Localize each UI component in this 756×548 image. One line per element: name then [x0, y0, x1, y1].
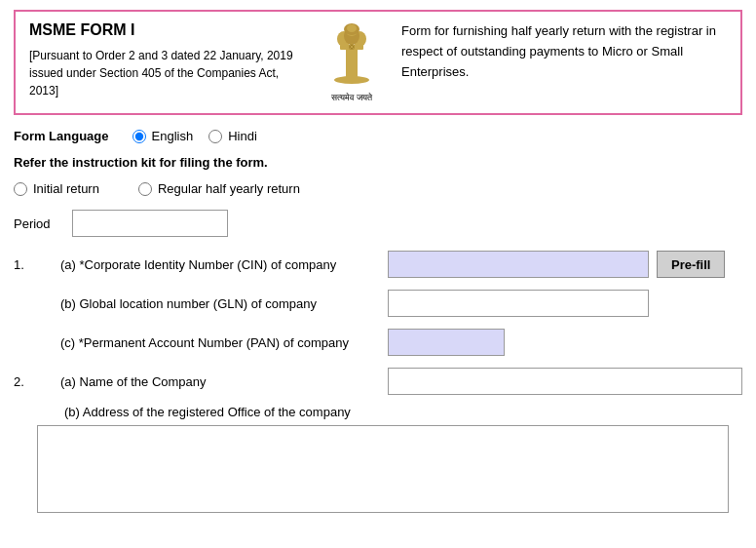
header-description: Form for furnishing half yearly return w…	[401, 21, 727, 82]
company-name-row: 2. (a) Name of the Company	[14, 368, 742, 395]
period-label: Period	[14, 216, 62, 231]
period-input[interactable]	[72, 210, 228, 237]
regular-return-label[interactable]: Regular half yearly return	[138, 181, 300, 196]
svg-rect-1	[346, 49, 358, 78]
emblem-icon	[322, 21, 381, 90]
form-subtitle: [Pursuant to Order 2 and 3 dated 22 Janu…	[29, 47, 302, 99]
address-textarea-container	[14, 425, 742, 516]
form-title: MSME FORM I	[29, 21, 302, 39]
return-type-row: Initial return Regular half yearly retur…	[14, 181, 742, 196]
language-english-group: English	[132, 129, 194, 143]
section-1: 1. (a) *Corporate Identity Number (CIN) …	[14, 251, 742, 356]
header-box: MSME FORM I [Pursuant to Order 2 and 3 d…	[14, 10, 742, 115]
svg-point-8	[347, 24, 357, 32]
cin-row: 1. (a) *Corporate Identity Number (CIN) …	[14, 251, 742, 278]
gln-input[interactable]	[388, 290, 649, 317]
section-1-number: 1.	[14, 257, 37, 272]
address-textarea[interactable]	[37, 425, 729, 513]
emblem-text: सत्यमेव जयते	[331, 93, 372, 103]
company-name-label: (a) Name of the Company	[37, 374, 388, 389]
address-label: (b) Address of the registered Office of …	[37, 405, 388, 419]
emblem-area: सत्यमेव जयते	[318, 21, 386, 103]
gln-label: (b) Global location number (GLN) of comp…	[37, 296, 388, 311]
form-language-row: Form Language English Hindi	[14, 125, 742, 147]
language-english-label[interactable]: English	[152, 129, 194, 143]
pan-label: (c) *Permanent Account Number (PAN) of c…	[37, 335, 388, 350]
gln-row: (b) Global location number (GLN) of comp…	[14, 290, 742, 317]
cin-input[interactable]	[388, 251, 649, 278]
section-2-number: 2.	[14, 374, 37, 389]
period-row: Period	[14, 210, 742, 237]
section-2: 2. (a) Name of the Company (b) Address o…	[14, 368, 742, 516]
address-label-row: (b) Address of the registered Office of …	[14, 405, 742, 419]
language-hindi-group: Hindi	[208, 129, 257, 143]
initial-return-label[interactable]: Initial return	[14, 181, 99, 196]
language-english-radio[interactable]	[132, 130, 146, 143]
cin-label: (a) *Corporate Identity Number (CIN) of …	[37, 257, 388, 272]
company-name-input[interactable]	[388, 368, 742, 395]
instruction-text: Refer the instruction kit for filing the…	[14, 155, 742, 170]
prefill-button[interactable]: Pre-fill	[657, 251, 725, 278]
header-left: MSME FORM I [Pursuant to Order 2 and 3 d…	[29, 21, 302, 99]
regular-return-radio[interactable]	[138, 182, 152, 196]
language-hindi-label[interactable]: Hindi	[228, 129, 257, 143]
form-language-label: Form Language	[14, 129, 109, 143]
pan-row: (c) *Permanent Account Number (PAN) of c…	[14, 329, 742, 356]
language-hindi-radio[interactable]	[208, 130, 222, 143]
pan-input[interactable]	[388, 329, 505, 356]
initial-return-radio[interactable]	[14, 182, 27, 196]
